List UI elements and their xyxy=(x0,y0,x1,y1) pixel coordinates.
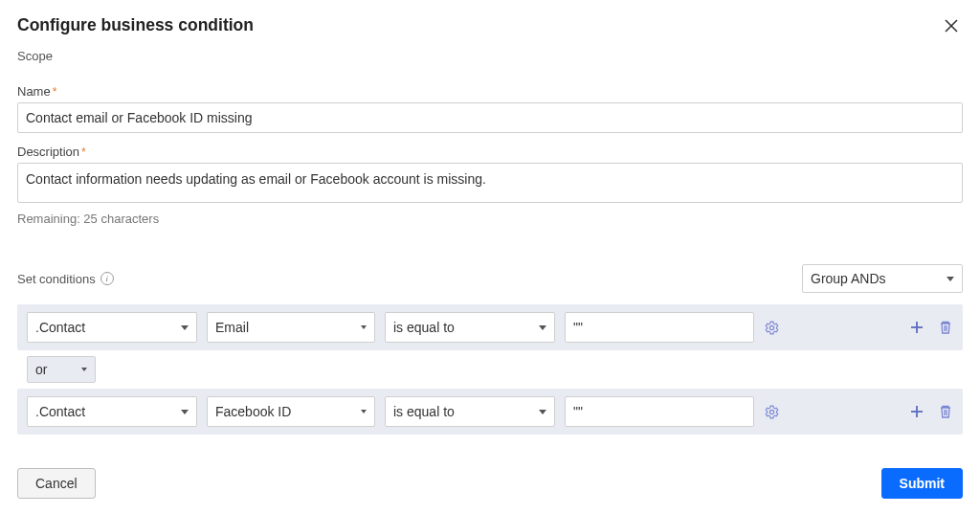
condition-row: .Contact Email is equal to "" xyxy=(17,304,963,350)
set-conditions-label: Set conditions xyxy=(17,272,96,286)
add-condition-button[interactable] xyxy=(909,320,924,335)
context-value: .Contact xyxy=(35,320,85,335)
value-input[interactable]: "" xyxy=(565,396,754,427)
connector-select[interactable]: or xyxy=(27,356,96,383)
required-star-icon: * xyxy=(53,85,57,99)
caret-down-icon xyxy=(181,325,189,330)
field-select[interactable]: Email xyxy=(207,312,375,343)
required-star-icon: * xyxy=(81,145,86,159)
connector-row: or xyxy=(17,350,963,389)
svg-point-5 xyxy=(769,410,773,413)
caret-down-icon xyxy=(361,410,367,413)
caret-down-icon xyxy=(539,410,546,414)
svg-point-2 xyxy=(769,325,773,329)
field-value: Facebook ID xyxy=(215,404,291,419)
caret-down-icon xyxy=(947,277,954,281)
field-select[interactable]: Facebook ID xyxy=(207,396,375,427)
delete-condition-button[interactable] xyxy=(938,320,953,335)
description-label: Description* xyxy=(17,145,963,159)
context-select[interactable]: .Contact xyxy=(27,312,197,343)
scope-label: Scope xyxy=(17,49,963,63)
submit-button[interactable]: Submit xyxy=(881,468,963,499)
close-icon[interactable] xyxy=(940,15,963,38)
operator-value: is equal to xyxy=(393,320,455,335)
caret-down-icon xyxy=(81,368,87,371)
connector-value: or xyxy=(35,362,47,377)
field-value: Email xyxy=(215,320,249,335)
condition-row: .Contact Facebook ID is equal to "" xyxy=(17,389,963,435)
name-label: Name* xyxy=(17,84,963,99)
gear-icon[interactable] xyxy=(764,404,780,420)
value-input[interactable]: "" xyxy=(565,312,754,343)
gear-icon[interactable] xyxy=(764,320,780,336)
operator-value: is equal to xyxy=(393,404,455,419)
context-select[interactable]: .Contact xyxy=(27,396,197,427)
caret-down-icon xyxy=(181,410,189,414)
value-text: "" xyxy=(573,404,583,419)
caret-down-icon xyxy=(361,325,367,329)
group-mode-value: Group ANDs xyxy=(811,271,886,286)
group-mode-select[interactable]: Group ANDs xyxy=(802,264,963,293)
name-input[interactable] xyxy=(17,102,963,133)
cancel-button[interactable]: Cancel xyxy=(17,468,96,499)
remaining-chars: Remaining: 25 characters xyxy=(17,212,963,226)
context-value: .Contact xyxy=(35,404,85,419)
description-input[interactable] xyxy=(17,163,963,203)
delete-condition-button[interactable] xyxy=(938,404,953,419)
value-text: "" xyxy=(573,320,583,335)
operator-select[interactable]: is equal to xyxy=(385,396,555,427)
add-condition-button[interactable] xyxy=(909,404,924,419)
caret-down-icon xyxy=(539,325,546,330)
info-icon[interactable]: i xyxy=(100,272,114,285)
dialog-title: Configure business condition xyxy=(17,15,254,35)
operator-select[interactable]: is equal to xyxy=(385,312,555,343)
